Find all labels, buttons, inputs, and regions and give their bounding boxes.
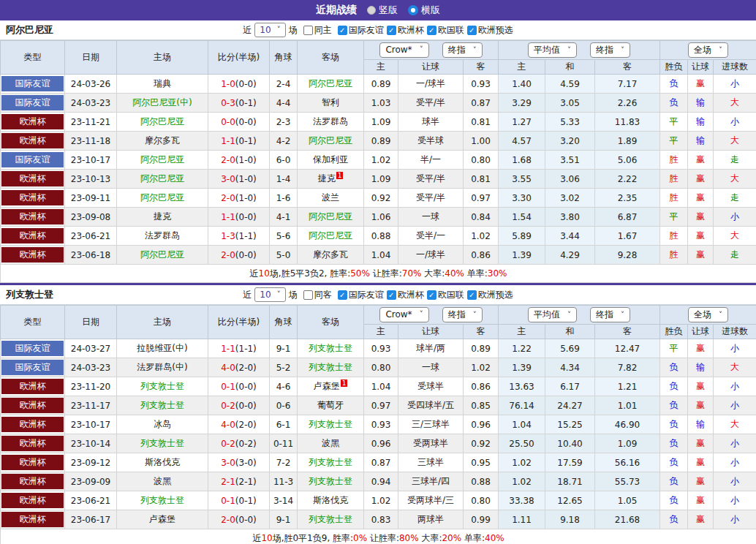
bookmaker-final-select[interactable]: 终指˅ <box>442 42 483 58</box>
home-team[interactable]: 阿尔巴尼亚(中) <box>117 94 208 113</box>
average-select[interactable]: 平均值˅ <box>528 307 577 322</box>
checkbox-icon[interactable] <box>303 26 313 35</box>
league-filter[interactable]: ✓欧洲预选 <box>467 24 513 37</box>
checkbox-icon[interactable]: ✓ <box>387 290 396 300</box>
home-team[interactable]: 法罗群岛(中) <box>117 358 208 377</box>
home-team[interactable]: 波黑 <box>117 472 208 491</box>
match-date: 23-09-12 <box>65 453 117 472</box>
avg-draw: 4.29 <box>545 246 595 265</box>
away-team[interactable]: 列支敦士登 <box>298 510 364 529</box>
league-filter[interactable]: ✓国际友谊 <box>338 24 384 37</box>
same-venue-filter[interactable]: 同主 <box>303 24 332 37</box>
away-team[interactable]: 列支敦士登 <box>298 472 364 491</box>
home-team[interactable]: 阿尔巴尼亚 <box>117 170 208 189</box>
checkbox-icon[interactable]: ✓ <box>427 290 436 300</box>
red-card-badge: 1 <box>341 379 348 387</box>
match-type: 国际友谊 <box>1 75 65 94</box>
handicap-result: 赢 <box>688 472 714 491</box>
match-row: 欧洲杯23-10-14列支敦士登0-2(0-2)0-11波黑0.96受两球半0.… <box>1 434 756 453</box>
home-team[interactable]: 摩尔多瓦 <box>117 132 208 151</box>
odds-away: 0.84 <box>464 208 499 227</box>
home-team[interactable]: 阿尔巴尼亚 <box>117 189 208 208</box>
bookmaker-select[interactable]: Crow*˅ <box>379 42 428 58</box>
checkbox-icon[interactable]: ✓ <box>387 26 396 35</box>
home-team[interactable]: 列支敦士登 <box>117 396 208 415</box>
avg-home: 1.02 <box>499 472 545 491</box>
away-team[interactable]: 阿尔巴尼亚 <box>298 208 364 227</box>
away-team[interactable]: 列支敦士登 <box>298 358 364 377</box>
away-team[interactable]: 斯洛伐克 <box>298 491 364 510</box>
home-team[interactable]: 阿尔巴尼亚 <box>117 246 208 265</box>
scope-select[interactable]: 全场˅ <box>688 307 728 322</box>
home-team[interactable]: 阿尔巴尼亚 <box>117 113 208 132</box>
checkbox-icon[interactable] <box>303 290 313 300</box>
home-team[interactable]: 阿尔巴尼亚 <box>117 151 208 170</box>
home-team[interactable]: 捷克 <box>117 208 208 227</box>
away-team[interactable]: 阿尔巴尼亚 <box>298 132 364 151</box>
league-filter[interactable]: ✓欧洲杯 <box>387 289 424 301</box>
score: 2-0(0-0) <box>208 246 270 265</box>
layout-radio-horizontal[interactable]: 横版 <box>408 4 440 17</box>
odds-home: 1.02 <box>364 151 398 170</box>
bookmaker-final-select[interactable]: 终指˅ <box>442 307 483 322</box>
same-venue-filter[interactable]: 同客 <box>303 289 332 301</box>
average-select[interactable]: 平均值˅ <box>528 42 577 58</box>
odds-home: 0.93 <box>364 339 398 358</box>
home-team[interactable]: 列支敦士登 <box>117 491 208 510</box>
bookmaker-select[interactable]: Crow*˅ <box>379 307 428 322</box>
odds-away: 0.85 <box>464 396 499 415</box>
league-filter[interactable]: ✓国际友谊 <box>338 289 384 301</box>
away-team[interactable]: 阿尔巴尼亚 <box>298 75 364 94</box>
checkbox-icon[interactable]: ✓ <box>467 26 477 35</box>
home-team[interactable]: 卢森堡 <box>117 510 208 529</box>
odds-away: 0.87 <box>464 94 499 113</box>
avg-home: 1.22 <box>499 339 545 358</box>
checkbox-icon[interactable]: ✓ <box>427 26 436 35</box>
away-team[interactable]: 列支敦士登 <box>298 339 364 358</box>
radio-icon[interactable] <box>367 6 376 15</box>
match-row: 欧洲杯23-11-17列支敦士登0-2(0-0)0-6葡萄牙0.97受四球半/五… <box>1 396 756 415</box>
league-filter[interactable]: ✓欧国联 <box>427 289 464 301</box>
away-team[interactable]: 列支敦士登 <box>298 415 364 434</box>
checkbox-icon[interactable]: ✓ <box>467 290 477 300</box>
avg-away: 1.09 <box>595 434 660 453</box>
away-team[interactable]: 葡萄牙 <box>298 396 364 415</box>
away-team[interactable]: 保加利亚 <box>298 151 364 170</box>
home-team[interactable]: 列支敦士登 <box>117 377 208 396</box>
away-team[interactable]: 列支敦士登 <box>298 453 364 472</box>
handicap-result: 赢 <box>688 170 714 189</box>
col-avg-draw: 和 <box>545 325 595 339</box>
home-team[interactable]: 瑞典 <box>117 75 208 94</box>
header-selects-row: 类型 日期 主场 比分(半场) 角球 客场 Crow*˅终指˅ 平均值˅终指˅ … <box>1 306 756 325</box>
layout-radio-vertical[interactable]: 竖版 <box>367 4 398 17</box>
away-team[interactable]: 法罗群岛 <box>298 113 364 132</box>
matches-label: 场 <box>289 289 298 301</box>
recent-count-select[interactable]: 10˅ <box>254 23 285 37</box>
away-team[interactable]: 卢森堡1 <box>298 377 364 396</box>
home-team[interactable]: 列支敦士登 <box>117 434 208 453</box>
home-team[interactable]: 斯洛伐克 <box>117 453 208 472</box>
team-section: 阿尔巴尼亚 近 10˅ 场 同主 ✓国际友谊✓欧洲杯✓欧国联✓欧洲预选 <box>0 20 756 283</box>
league-filter[interactable]: ✓欧洲预选 <box>467 289 513 301</box>
home-team[interactable]: 法罗群岛 <box>117 227 208 246</box>
scope-select[interactable]: 全场˅ <box>688 42 728 58</box>
score: 1-3(1-1) <box>208 227 270 246</box>
home-team[interactable]: 拉脱维亚(中) <box>117 339 208 358</box>
average-final-select[interactable]: 终指˅ <box>590 307 630 322</box>
away-team[interactable]: 摩尔多瓦 <box>298 246 364 265</box>
checkbox-icon[interactable]: ✓ <box>338 26 347 35</box>
away-team[interactable]: 波黑 <box>298 434 364 453</box>
away-team[interactable]: 智利 <box>298 94 364 113</box>
avg-draw: 17.59 <box>545 453 595 472</box>
away-team[interactable]: 阿尔巴尼亚 <box>298 227 364 246</box>
recent-count-select[interactable]: 10˅ <box>254 287 285 302</box>
average-final-select[interactable]: 终指˅ <box>590 42 630 58</box>
away-team[interactable]: 捷克1 <box>298 170 364 189</box>
away-team[interactable]: 波兰 <box>298 189 364 208</box>
radio-checked-icon[interactable] <box>408 5 418 15</box>
avg-draw: 3.06 <box>545 170 595 189</box>
league-filter[interactable]: ✓欧洲杯 <box>387 24 424 37</box>
league-filter[interactable]: ✓欧国联 <box>427 24 464 37</box>
checkbox-icon[interactable]: ✓ <box>338 290 347 300</box>
home-team[interactable]: 冰岛 <box>117 415 208 434</box>
